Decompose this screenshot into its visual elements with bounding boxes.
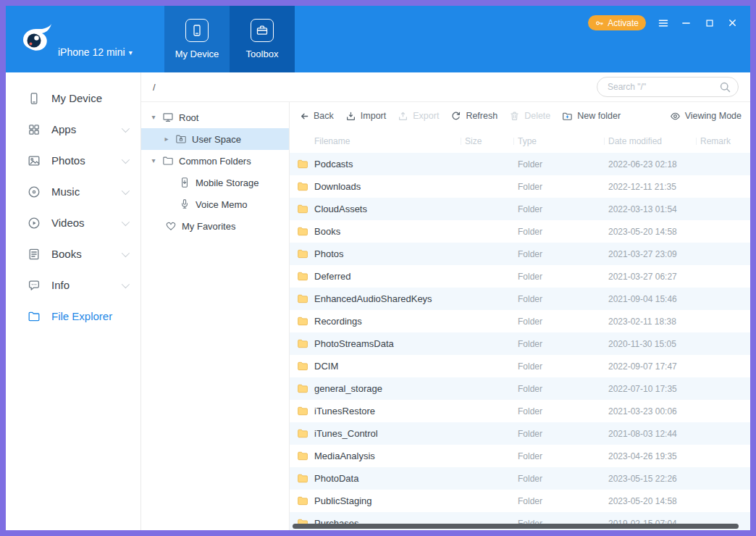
my-device-tab-icon bbox=[185, 19, 209, 42]
header: iPhone 12 mini ▾ My Device bbox=[6, 6, 750, 72]
sidebar-item-videos[interactable]: Videos bbox=[6, 207, 140, 238]
file-list-panel: Back Import bbox=[290, 102, 750, 530]
new-folder-button[interactable]: New folder bbox=[562, 111, 621, 122]
file-date-modified: 2023-04-26 19:35 bbox=[604, 451, 696, 461]
file-type: Folder bbox=[513, 429, 604, 439]
minimize-button[interactable] bbox=[680, 17, 692, 29]
tree-expanded-icon[interactable]: ▾ bbox=[150, 157, 157, 164]
file-date-modified: 2023-05-15 22:26 bbox=[604, 474, 696, 484]
tree-item-label: Voice Memo bbox=[196, 199, 248, 210]
sidebar-item-apps[interactable]: Apps bbox=[6, 114, 140, 145]
folder-icon bbox=[297, 406, 308, 416]
table-row[interactable]: iTunesRestore Folder 2021-03-23 00:06 bbox=[290, 400, 750, 422]
table-row[interactable]: PhotoStreamsData Folder 2020-11-30 15:05 bbox=[290, 332, 750, 355]
sidebar-item-info[interactable]: Info bbox=[6, 269, 140, 301]
folder-icon bbox=[297, 294, 308, 303]
search-icon[interactable] bbox=[719, 81, 731, 93]
folder-icon bbox=[297, 429, 308, 438]
table-row[interactable]: Books Folder 2023-05-20 14:58 bbox=[290, 220, 750, 243]
back-button[interactable]: Back bbox=[298, 111, 334, 122]
sidebar-item-music[interactable]: Music bbox=[6, 176, 140, 207]
file-name: Deferred bbox=[314, 271, 351, 282]
column-header-filename[interactable]: Filename bbox=[290, 136, 461, 146]
trash-icon bbox=[509, 111, 520, 122]
file-name: Podcasts bbox=[314, 159, 353, 169]
table-row[interactable]: MediaAnalysis Folder 2023-04-26 19:35 bbox=[290, 445, 750, 467]
import-button[interactable]: Import bbox=[345, 111, 386, 122]
microphone-icon bbox=[179, 198, 190, 210]
sidebar-item-books[interactable]: Books bbox=[6, 238, 140, 269]
table-row[interactable]: PublicStaging Folder 2023-05-20 14:58 bbox=[290, 490, 750, 512]
refresh-button[interactable]: Refresh bbox=[450, 111, 497, 122]
chevron-down-icon bbox=[122, 217, 130, 225]
folder-icon bbox=[297, 496, 308, 506]
column-header-type[interactable]: Type bbox=[513, 136, 604, 146]
file-table-body: Podcasts Folder 2022-06-23 02:18 Downloa… bbox=[290, 153, 750, 530]
menu-button[interactable] bbox=[657, 17, 669, 29]
app-window: iPhone 12 mini ▾ My Device bbox=[6, 6, 750, 530]
tree-item-label: Common Folders bbox=[179, 156, 251, 167]
tree-item-voice-memo[interactable]: Voice Memo bbox=[141, 193, 289, 215]
tab-label: Toolbox bbox=[246, 49, 279, 59]
file-date-modified: 2022-03-13 01:54 bbox=[604, 204, 696, 214]
device-caret-icon: ▾ bbox=[129, 49, 133, 56]
export-button[interactable]: Export bbox=[398, 111, 439, 122]
sidebar-item-my-device[interactable]: My Device bbox=[6, 83, 140, 114]
table-row[interactable]: Deferred Folder 2021-03-27 06:27 bbox=[290, 265, 750, 288]
tree-collapsed-icon[interactable]: ▸ bbox=[163, 135, 170, 143]
table-row[interactable]: Podcasts Folder 2022-06-23 02:18 bbox=[290, 153, 750, 175]
sidebar-item-photos[interactable]: Photos bbox=[6, 145, 140, 176]
sidebar-item-file-explorer[interactable]: File Explorer bbox=[6, 301, 140, 332]
export-icon bbox=[398, 111, 408, 122]
heart-icon bbox=[165, 220, 177, 232]
toolbox-tab-icon bbox=[251, 19, 274, 42]
folder-outline-icon bbox=[162, 155, 174, 167]
table-row[interactable]: EnhancedAudioSharedKeys Folder 2021-09-0… bbox=[290, 288, 750, 310]
photos-icon bbox=[28, 154, 41, 167]
table-row[interactable]: PhotoData Folder 2023-05-15 22:26 bbox=[290, 467, 750, 490]
tab-my-device[interactable]: My Device bbox=[164, 6, 230, 72]
horizontal-scrollbar[interactable] bbox=[293, 524, 739, 529]
table-row[interactable]: DCIM Folder 2022-09-07 17:47 bbox=[290, 355, 750, 377]
maximize-button[interactable] bbox=[703, 17, 715, 29]
table-row[interactable]: Recordings Folder 2023-02-11 18:38 bbox=[290, 310, 750, 332]
top-tabs: My Device Toolbox bbox=[164, 6, 295, 72]
phone-icon bbox=[28, 92, 41, 105]
column-header-size[interactable]: Size bbox=[461, 136, 513, 146]
folder-icon bbox=[297, 159, 308, 169]
delete-button[interactable]: Delete bbox=[509, 111, 550, 122]
file-type: Folder bbox=[513, 272, 604, 282]
device-selector[interactable]: iPhone 12 mini ▾ bbox=[58, 46, 133, 58]
tree-item-my-favorites[interactable]: My Favorites bbox=[141, 215, 289, 237]
close-button[interactable] bbox=[726, 17, 739, 29]
breadcrumb[interactable]: / bbox=[153, 82, 156, 93]
table-row[interactable]: Photos Folder 2021-03-27 23:09 bbox=[290, 243, 750, 265]
file-type: Folder bbox=[513, 182, 604, 192]
file-name: iTunesRestore bbox=[314, 406, 375, 416]
file-type: Folder bbox=[513, 496, 604, 506]
activate-button[interactable]: Activate bbox=[588, 15, 646, 30]
tree-item-root[interactable]: ▾ Root bbox=[141, 106, 289, 128]
column-header-date-modified[interactable]: Date modified bbox=[604, 136, 696, 146]
itools-logo bbox=[17, 18, 55, 56]
file-type: Folder bbox=[513, 384, 604, 394]
tree-item-mobile-storage[interactable]: Mobile Storage bbox=[141, 172, 289, 193]
file-date-modified: 2021-03-27 23:09 bbox=[604, 249, 696, 259]
file-date-modified: 2021-09-04 15:46 bbox=[604, 294, 696, 304]
table-row[interactable]: iTunes_Control Folder 2021-08-03 12:44 bbox=[290, 422, 750, 445]
viewing-mode-button[interactable]: Viewing Mode bbox=[670, 111, 742, 122]
search-input[interactable] bbox=[606, 81, 715, 93]
tree-item-common-folders[interactable]: ▾ Common Folders bbox=[141, 150, 289, 172]
search-box[interactable] bbox=[597, 77, 739, 97]
file-date-modified: 2022-09-07 17:47 bbox=[604, 361, 696, 372]
table-row[interactable]: Downloads Folder 2022-12-11 21:35 bbox=[290, 175, 750, 198]
table-row[interactable]: general_storage Folder 2022-07-10 17:35 bbox=[290, 377, 750, 400]
tree-expanded-icon[interactable]: ▾ bbox=[150, 114, 157, 121]
table-row[interactable]: CloudAssets Folder 2022-03-13 01:54 bbox=[290, 198, 750, 220]
tree-item-user-space[interactable]: ▸ User Space bbox=[141, 128, 289, 150]
tab-toolbox[interactable]: Toolbox bbox=[230, 6, 295, 72]
file-type: Folder bbox=[513, 474, 604, 484]
file-date-modified: 2022-12-11 21:35 bbox=[604, 182, 696, 192]
column-header-remark[interactable]: Remark bbox=[696, 136, 750, 146]
refresh-icon bbox=[450, 111, 461, 122]
